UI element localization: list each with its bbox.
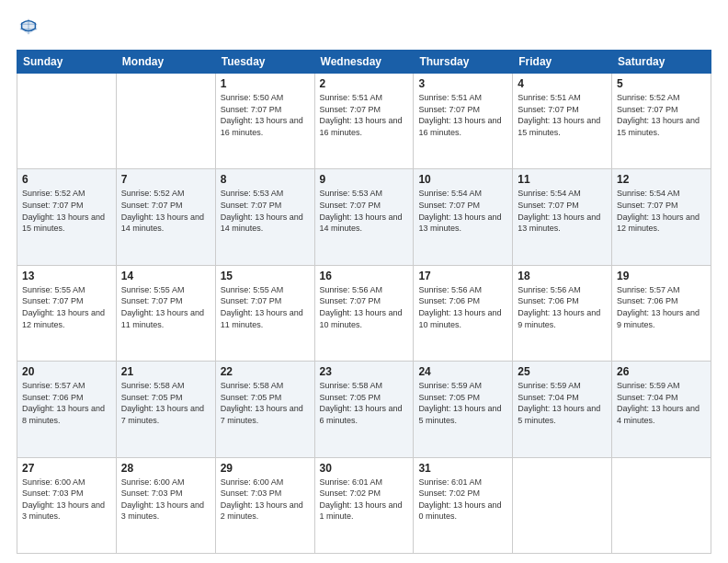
calendar-cell: 28Sunrise: 6:00 AM Sunset: 7:03 PM Dayli… [116,457,215,553]
calendar-cell: 24Sunrise: 5:59 AM Sunset: 7:05 PM Dayli… [414,362,513,457]
day-number: 17 [418,270,507,282]
calendar-cell: 22Sunrise: 5:58 AM Sunset: 7:05 PM Dayli… [215,362,314,457]
day-info: Sunrise: 5:59 AM Sunset: 7:04 PM Dayligh… [518,380,607,426]
day-number: 3 [418,77,507,90]
weekday-header-friday: Friday [513,51,612,74]
calendar-cell: 29Sunrise: 6:00 AM Sunset: 7:03 PM Dayli… [215,457,314,553]
calendar-cell: 20Sunrise: 5:57 AM Sunset: 7:06 PM Dayli… [17,362,117,457]
day-number: 31 [418,462,507,475]
calendar-week-4: 20Sunrise: 5:57 AM Sunset: 7:06 PM Dayli… [17,362,711,457]
calendar-cell: 23Sunrise: 5:58 AM Sunset: 7:05 PM Dayli… [314,362,414,457]
calendar-cell: 4Sunrise: 5:51 AM Sunset: 7:07 PM Daylig… [513,74,612,169]
calendar-cell: 17Sunrise: 5:56 AM Sunset: 7:06 PM Dayli… [414,265,513,361]
day-info: Sunrise: 5:56 AM Sunset: 7:06 PM Dayligh… [418,284,507,330]
day-info: Sunrise: 5:57 AM Sunset: 7:06 PM Dayligh… [617,284,706,330]
day-number: 14 [121,270,210,282]
weekday-header-monday: Monday [116,51,215,74]
day-info: Sunrise: 5:57 AM Sunset: 7:06 PM Dayligh… [22,380,111,426]
calendar-cell: 13Sunrise: 5:55 AM Sunset: 7:07 PM Dayli… [17,265,117,361]
day-info: Sunrise: 5:53 AM Sunset: 7:07 PM Dayligh… [320,188,409,234]
day-info: Sunrise: 5:54 AM Sunset: 7:07 PM Dayligh… [518,188,607,234]
calendar-cell: 11Sunrise: 5:54 AM Sunset: 7:07 PM Dayli… [513,169,612,265]
day-number: 19 [617,270,706,282]
calendar-cell: 21Sunrise: 5:58 AM Sunset: 7:05 PM Dayli… [116,362,215,457]
day-number: 9 [320,173,409,186]
day-number: 5 [617,77,706,90]
day-number: 28 [121,462,210,475]
calendar-week-3: 13Sunrise: 5:55 AM Sunset: 7:07 PM Dayli… [17,265,711,361]
calendar-cell: 26Sunrise: 5:59 AM Sunset: 7:04 PM Dayli… [612,362,711,457]
day-info: Sunrise: 6:01 AM Sunset: 7:02 PM Dayligh… [320,477,409,523]
day-number: 27 [22,462,111,475]
day-number: 1 [221,77,310,90]
day-info: Sunrise: 5:59 AM Sunset: 7:05 PM Dayligh… [418,380,507,426]
day-info: Sunrise: 5:52 AM Sunset: 7:07 PM Dayligh… [617,92,706,138]
calendar-cell: 12Sunrise: 5:54 AM Sunset: 7:07 PM Dayli… [612,169,711,265]
calendar-cell [612,457,711,553]
day-number: 26 [617,365,706,378]
calendar-cell: 14Sunrise: 5:55 AM Sunset: 7:07 PM Dayli… [116,265,215,361]
day-info: Sunrise: 5:52 AM Sunset: 7:07 PM Dayligh… [22,188,111,234]
day-number: 15 [221,270,310,282]
day-number: 4 [518,77,607,90]
calendar-cell: 31Sunrise: 6:01 AM Sunset: 7:02 PM Dayli… [414,457,513,553]
weekday-header-sunday: Sunday [17,51,117,74]
calendar-cell: 9Sunrise: 5:53 AM Sunset: 7:07 PM Daylig… [314,169,414,265]
day-info: Sunrise: 5:51 AM Sunset: 7:07 PM Dayligh… [320,92,409,138]
calendar-cell [17,74,117,169]
day-info: Sunrise: 5:59 AM Sunset: 7:04 PM Dayligh… [617,380,706,426]
calendar-week-5: 27Sunrise: 6:00 AM Sunset: 7:03 PM Dayli… [17,457,711,553]
day-info: Sunrise: 5:50 AM Sunset: 7:07 PM Dayligh… [221,92,310,138]
day-number: 12 [617,173,706,186]
day-number: 25 [518,365,607,378]
logo-icon [18,17,39,37]
calendar-cell [116,74,215,169]
day-info: Sunrise: 5:55 AM Sunset: 7:07 PM Dayligh… [221,284,310,330]
day-info: Sunrise: 5:51 AM Sunset: 7:07 PM Dayligh… [518,92,607,138]
calendar-table: SundayMondayTuesdayWednesdayThursdayFrid… [17,50,711,554]
calendar-cell: 1Sunrise: 5:50 AM Sunset: 7:07 PM Daylig… [215,74,314,169]
weekday-header-row: SundayMondayTuesdayWednesdayThursdayFrid… [17,51,711,74]
day-number: 6 [22,173,111,186]
weekday-header-saturday: Saturday [612,51,711,74]
day-number: 23 [320,365,409,378]
day-number: 20 [22,365,111,378]
day-info: Sunrise: 5:56 AM Sunset: 7:06 PM Dayligh… [518,284,607,330]
calendar-cell: 10Sunrise: 5:54 AM Sunset: 7:07 PM Dayli… [414,169,513,265]
calendar-cell: 27Sunrise: 6:00 AM Sunset: 7:03 PM Dayli… [17,457,117,553]
calendar-cell: 30Sunrise: 6:01 AM Sunset: 7:02 PM Dayli… [314,457,414,553]
day-info: Sunrise: 5:55 AM Sunset: 7:07 PM Dayligh… [22,284,111,330]
day-info: Sunrise: 6:00 AM Sunset: 7:03 PM Dayligh… [22,477,111,523]
day-number: 10 [418,173,507,186]
calendar-cell: 19Sunrise: 5:57 AM Sunset: 7:06 PM Dayli… [612,265,711,361]
day-info: Sunrise: 5:58 AM Sunset: 7:05 PM Dayligh… [221,380,310,426]
calendar-week-2: 6Sunrise: 5:52 AM Sunset: 7:07 PM Daylig… [17,169,711,265]
header [17,17,711,40]
logo [17,17,39,40]
weekday-header-tuesday: Tuesday [215,51,314,74]
day-number: 13 [22,270,111,282]
day-info: Sunrise: 6:01 AM Sunset: 7:02 PM Dayligh… [418,477,507,523]
calendar-cell: 8Sunrise: 5:53 AM Sunset: 7:07 PM Daylig… [215,169,314,265]
day-number: 7 [121,173,210,186]
day-number: 30 [320,462,409,475]
day-info: Sunrise: 5:55 AM Sunset: 7:07 PM Dayligh… [121,284,210,330]
day-number: 16 [320,270,409,282]
day-number: 18 [518,270,607,282]
calendar-cell: 5Sunrise: 5:52 AM Sunset: 7:07 PM Daylig… [612,74,711,169]
day-info: Sunrise: 6:00 AM Sunset: 7:03 PM Dayligh… [221,477,310,523]
calendar-cell: 2Sunrise: 5:51 AM Sunset: 7:07 PM Daylig… [314,74,414,169]
calendar-cell: 15Sunrise: 5:55 AM Sunset: 7:07 PM Dayli… [215,265,314,361]
day-info: Sunrise: 5:56 AM Sunset: 7:07 PM Dayligh… [320,284,409,330]
calendar-cell: 7Sunrise: 5:52 AM Sunset: 7:07 PM Daylig… [116,169,215,265]
day-info: Sunrise: 5:58 AM Sunset: 7:05 PM Dayligh… [121,380,210,426]
day-number: 2 [320,77,409,90]
day-number: 11 [518,173,607,186]
day-info: Sunrise: 5:54 AM Sunset: 7:07 PM Dayligh… [617,188,706,234]
calendar-cell: 6Sunrise: 5:52 AM Sunset: 7:07 PM Daylig… [17,169,117,265]
calendar-cell: 3Sunrise: 5:51 AM Sunset: 7:07 PM Daylig… [414,74,513,169]
calendar-cell: 18Sunrise: 5:56 AM Sunset: 7:06 PM Dayli… [513,265,612,361]
calendar-cell [513,457,612,553]
day-number: 24 [418,365,507,378]
day-info: Sunrise: 5:51 AM Sunset: 7:07 PM Dayligh… [418,92,507,138]
